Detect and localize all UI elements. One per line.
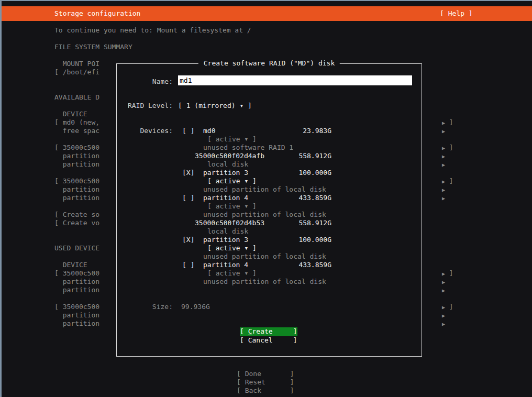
file-system-summary-heading: FILE SYSTEM SUMMARY: [54, 43, 132, 51]
name-input[interactable]: [178, 75, 412, 85]
sidebar-line: MOUNT POI: [54, 60, 99, 68]
device-row-item: [ ]partition 4433.859G: [117, 194, 422, 202]
right-arrow-icon: ▶: [442, 321, 445, 327]
cancel-button[interactable]: [ Cancel ]: [240, 336, 297, 345]
expand-arrow: ▶: [442, 286, 445, 295]
sidebar-line: DEVICE: [54, 110, 87, 118]
device-note: unused partition of local disk: [203, 278, 326, 286]
device-checkbox[interactable]: [ ]: [182, 127, 194, 135]
dialog-title: Create software RAID ("MD") disk: [198, 59, 340, 68]
expand-arrow: ▶: [442, 152, 445, 161]
sidebar-line: partition: [54, 311, 99, 319]
expand-arrow-bracket: ▶ ]: [442, 118, 453, 127]
raid-level-label: RAID Level:: [117, 102, 173, 110]
expand-arrow-bracket: ▶ ]: [442, 144, 453, 152]
device-row-dropdown: [ active ▾ ]: [117, 269, 422, 278]
back-button[interactable]: [ Back ]: [237, 387, 294, 395]
sidebar-line: AVAILABLE D: [54, 93, 99, 102]
create-button[interactable]: [ Create ]: [240, 327, 297, 336]
device-name: md0: [203, 127, 215, 135]
window-border-left: [0, 0, 2, 397]
device-row-subnote: local disk: [117, 227, 422, 236]
row-close-bracket: ]: [445, 269, 453, 277]
sidebar-line[interactable]: [ 35000c500: [54, 144, 99, 152]
sidebar-line: partition: [54, 152, 99, 160]
sidebar-line[interactable]: [ md0 (new,: [54, 118, 99, 127]
expand-arrow: ▶: [442, 319, 445, 328]
sidebar-line: partition: [54, 160, 99, 169]
device-checkbox[interactable]: [X]: [182, 169, 194, 177]
device-note: unused partition of local disk: [203, 252, 326, 261]
row-close-bracket: ]: [445, 118, 453, 126]
active-dropdown[interactable]: [ active ▾ ]: [207, 177, 257, 185]
sidebar-line: partition: [54, 319, 99, 328]
device-row-note: unused software RAID 1: [117, 144, 422, 152]
active-dropdown[interactable]: [ active ▾ ]: [207, 244, 257, 252]
active-dropdown: [ active ▾ ]: [207, 202, 257, 211]
device-row-dropdown: [ active ▾ ]: [117, 202, 422, 211]
sidebar-line[interactable]: [ 35000c500: [54, 269, 99, 278]
device-size: 23.983G: [237, 127, 331, 135]
expand-arrow: ▶: [442, 194, 445, 203]
name-label: Name:: [117, 78, 173, 86]
sidebar-line[interactable]: [ 35000c500: [54, 177, 99, 185]
sidebar-line: partition: [54, 194, 99, 202]
device-checkbox[interactable]: [X]: [182, 236, 194, 244]
header-bar: Storage configuration [ Help ]: [2, 6, 532, 21]
sidebar-line[interactable]: [ Create so: [54, 211, 99, 219]
device-row-note: unused partition of local disk: [117, 252, 422, 261]
right-arrow-icon: ▶: [442, 187, 445, 193]
active-dropdown: [ active ▾ ]: [207, 269, 257, 278]
create-button-open: [: [240, 327, 248, 335]
window-border-top: [0, 0, 532, 1]
device-checkbox[interactable]: [ ]: [182, 194, 194, 202]
expand-arrow-bracket: ▶ ]: [442, 269, 453, 278]
device-row-note: unused partition of local disk: [117, 185, 422, 194]
right-arrow-icon: ▶: [442, 153, 445, 159]
device-row-dropdown: [ active ▾ ]: [117, 135, 422, 144]
device-size: 100.000G: [237, 236, 331, 244]
device-row-item: [ ]md023.983G: [117, 127, 422, 135]
done-button[interactable]: [ Done ]: [237, 370, 294, 378]
device-note: unused software RAID 1: [203, 144, 293, 152]
help-button[interactable]: [ Help ]: [440, 9, 473, 18]
sidebar-line: partition: [54, 286, 99, 294]
sidebar-line[interactable]: [ 35000c500: [54, 303, 99, 311]
create-button-rest: reate ]: [252, 327, 297, 335]
right-arrow-icon: ▶: [442, 279, 445, 285]
sidebar-line[interactable]: [ /boot/efi: [54, 68, 99, 76]
expand-arrow-bracket: ▶ ]: [442, 177, 453, 186]
device-row-subnote: local disk: [117, 160, 422, 169]
intro-text: To continue you need to: Mount a filesys…: [54, 26, 251, 35]
device-note: unused partition of local disk: [203, 185, 326, 194]
sidebar-line: free spac: [54, 127, 99, 135]
device-size: 433.859G: [237, 194, 331, 202]
right-arrow-icon: ▶: [442, 288, 445, 293]
sidebar-line[interactable]: [ Create vo: [54, 219, 99, 227]
disk-size: 558.912G: [237, 152, 331, 160]
reset-button[interactable]: [ Reset ]: [237, 378, 294, 387]
expand-arrow: ▶: [442, 160, 445, 169]
device-row-note: unused partition of local disk: [117, 211, 422, 219]
page-title: Storage configuration: [54, 9, 140, 18]
size-label: Size:: [117, 303, 173, 311]
raid-level-select[interactable]: [ 1 (mirrored) ▾ ]: [178, 102, 252, 110]
size-value: 99.936G: [181, 303, 210, 311]
expand-arrow: ▶: [442, 311, 445, 320]
right-arrow-icon: ▶: [442, 128, 445, 134]
right-arrow-icon: ▶: [442, 162, 445, 168]
right-arrow-icon: ▶: [442, 195, 445, 201]
screen: Storage configuration [ Help ] To contin…: [0, 0, 532, 397]
device-note: unused partition of local disk: [203, 211, 326, 219]
expand-arrow: ▶: [442, 127, 445, 136]
device-row-dropdown: [ active ▾ ]: [117, 177, 422, 185]
row-close-bracket: ]: [445, 144, 453, 151]
expand-arrow: ▶: [442, 185, 445, 194]
active-dropdown: [ active ▾ ]: [207, 135, 257, 144]
sidebar-line: USED DEVICE: [54, 244, 99, 252]
device-checkbox[interactable]: [ ]: [182, 261, 194, 269]
device-row-disk: 35000c500f02d4afb558.912G: [117, 152, 422, 160]
sidebar-line: partition: [54, 185, 99, 194]
device-row-item: [X]partition 3100.000G: [117, 236, 422, 244]
row-close-bracket: ]: [445, 177, 453, 185]
